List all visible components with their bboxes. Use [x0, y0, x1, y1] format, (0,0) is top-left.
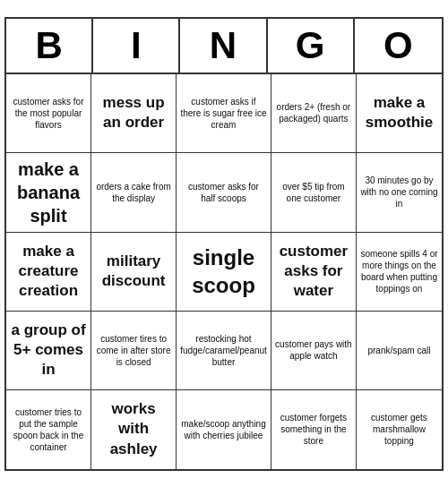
cell-text-16: customer tires to come in after store is…	[95, 333, 172, 368]
bingo-grid: customer asks for the most popular flavo…	[6, 74, 442, 469]
cell-text-15: a group of 5+ comes in	[10, 320, 87, 380]
bingo-cell-1: mess up an order	[91, 74, 177, 153]
bingo-cell-9: 30 minutes go by with no one coming in	[357, 153, 442, 233]
cell-text-11: military discount	[95, 252, 172, 291]
bingo-cell-2: customer asks if there is sugar free ice…	[177, 74, 271, 153]
cell-text-13: customer asks for water	[275, 242, 352, 301]
bingo-letter-b: B	[6, 19, 93, 73]
bingo-cell-21: works with ashley	[91, 390, 177, 469]
bingo-letter-g: G	[268, 19, 355, 73]
bingo-cell-3: orders 2+ (fresh or packaged) quarts	[271, 74, 357, 153]
bingo-cell-15: a group of 5+ comes in	[6, 312, 91, 390]
bingo-cell-13: customer asks for water	[271, 233, 357, 312]
cell-text-9: 30 minutes go by with no one coming in	[360, 175, 438, 209]
bingo-cell-8: over $5 tip from one customer	[271, 153, 357, 233]
bingo-letter-i: I	[93, 19, 180, 73]
cell-text-21: works with ashley	[95, 399, 172, 458]
cell-text-2: customer asks if there is sugar free ice…	[180, 96, 267, 131]
bingo-cell-11: military discount	[91, 233, 177, 312]
cell-text-4: make a smoothie	[360, 93, 438, 132]
cell-text-14: someone spills 4 or more things on the b…	[360, 248, 438, 295]
bingo-card: BINGO customer asks for the most popular…	[4, 17, 444, 471]
cell-text-12: single scoop	[180, 244, 267, 299]
cell-text-24: customer gets marshmallow topping	[360, 412, 438, 447]
cell-text-3: orders 2+ (fresh or packaged) quarts	[275, 101, 352, 124]
bingo-cell-12: single scoop	[177, 233, 271, 312]
bingo-cell-18: customer pays with apple watch	[271, 312, 357, 390]
cell-text-20: customer tries to put the sample spoon b…	[10, 406, 87, 453]
bingo-cell-10: make a creature creation	[6, 233, 91, 312]
bingo-cell-5: make a banana split	[6, 153, 91, 233]
cell-text-6: orders a cake from the display	[95, 181, 172, 204]
bingo-cell-19: prank/spam call	[357, 312, 442, 390]
bingo-cell-0: customer asks for the most popular flavo…	[6, 74, 91, 153]
bingo-header: BINGO	[6, 19, 442, 74]
bingo-cell-16: customer tires to come in after store is…	[91, 312, 177, 390]
bingo-cell-23: customer forgets something in the store	[271, 390, 357, 469]
bingo-cell-22: make/scoop anything with cherries jubile…	[177, 390, 271, 469]
cell-text-17: restocking hot fudge/caramel/peanut butt…	[180, 333, 267, 368]
cell-text-8: over $5 tip from one customer	[275, 181, 352, 204]
bingo-cell-6: orders a cake from the display	[91, 153, 177, 233]
cell-text-7: customer asks for half scoops	[180, 181, 267, 204]
bingo-cell-14: someone spills 4 or more things on the b…	[357, 233, 442, 312]
bingo-cell-24: customer gets marshmallow topping	[357, 390, 442, 469]
cell-text-1: mess up an order	[95, 93, 172, 132]
cell-text-0: customer asks for the most popular flavo…	[10, 96, 87, 131]
bingo-cell-17: restocking hot fudge/caramel/peanut butt…	[177, 312, 271, 390]
bingo-cell-4: make a smoothie	[357, 74, 442, 153]
cell-text-10: make a creature creation	[10, 242, 87, 301]
cell-text-5: make a banana split	[10, 158, 87, 227]
bingo-cell-7: customer asks for half scoops	[177, 153, 271, 233]
cell-text-18: customer pays with apple watch	[275, 338, 352, 362]
cell-text-19: prank/spam call	[367, 345, 430, 356]
cell-text-22: make/scoop anything with cherries jubile…	[180, 418, 267, 441]
bingo-letter-n: N	[180, 19, 267, 73]
bingo-cell-20: customer tries to put the sample spoon b…	[6, 390, 91, 469]
bingo-letter-o: O	[355, 19, 442, 73]
cell-text-23: customer forgets something in the store	[275, 412, 352, 447]
